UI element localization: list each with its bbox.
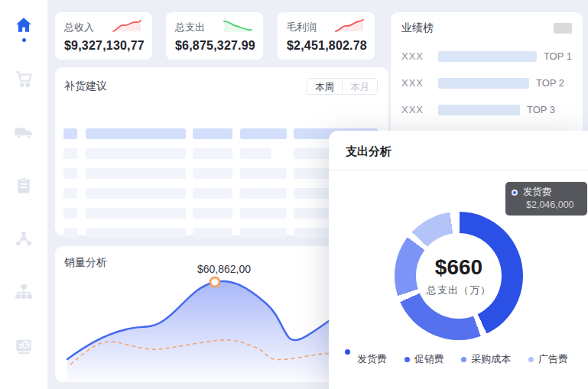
ranking-row[interactable]: XXXTOP 3 <box>401 104 572 115</box>
skeleton-cell <box>63 128 77 139</box>
legend-label: 广告费 <box>538 352 568 366</box>
sales-title: 销量分析 <box>64 256 107 268</box>
skeleton-cell <box>63 148 77 159</box>
legend-dot <box>528 357 534 362</box>
ranking-bar <box>438 105 520 115</box>
skeleton-cell <box>193 188 232 199</box>
legend-label: 发货费 <box>357 352 387 366</box>
skeleton-cell <box>240 128 287 139</box>
sidebar-item-structure[interactable] <box>11 282 37 336</box>
ranking-top-label: TOP 1 <box>544 50 572 62</box>
skeleton-cell <box>193 148 232 159</box>
sparkline-up-red-icon <box>333 18 365 37</box>
stat-label: 总收入 <box>64 21 94 34</box>
tab-this-month[interactable]: 本月 <box>343 79 377 94</box>
donut-total-label: 总支出（万） <box>427 284 491 297</box>
stat-label: 总支出 <box>175 21 205 34</box>
tab-this-week[interactable]: 本周 <box>307 79 342 94</box>
chart-tooltip: 发货费 $2,046,000 <box>505 182 587 216</box>
ranking-title: 业绩榜 <box>401 21 434 35</box>
donut-center: $660 总支出（万） <box>416 233 502 319</box>
skeleton-cell <box>240 208 287 219</box>
skeleton-cell <box>193 128 232 139</box>
skeleton-cell <box>63 188 77 199</box>
skeleton-cell <box>86 208 186 219</box>
expense-title: 支出分析 <box>329 131 588 170</box>
ranking-top-label: TOP 2 <box>536 77 564 89</box>
ranking-bar <box>438 78 529 89</box>
sidebar-item-orders[interactable] <box>11 69 37 122</box>
skeleton-cell <box>86 168 186 179</box>
truck-icon <box>13 122 34 142</box>
sidebar <box>0 0 47 389</box>
skeleton-cell <box>193 168 232 179</box>
legend-item[interactable]: 广告费 <box>528 352 568 366</box>
sparkline-up-red-icon <box>111 18 143 37</box>
ranking-row-label: XXX <box>401 104 438 115</box>
ranking-row[interactable]: XXXTOP 1 <box>401 50 572 62</box>
expense-donut-chart[interactable]: $660 总支出（万） <box>395 212 523 340</box>
stat-value: $6,875,327.99 <box>175 39 254 53</box>
legend-item[interactable]: 促销费 <box>404 352 444 366</box>
report-icon <box>13 336 34 357</box>
legend-dot <box>404 357 410 362</box>
sitemap-icon <box>14 282 34 302</box>
skeleton-cell <box>63 168 77 179</box>
home-icon <box>14 15 34 35</box>
skeleton-cell <box>63 208 77 219</box>
legend-item[interactable]: 发货费 <box>347 352 387 366</box>
ranking-row-label: XXX <box>401 77 438 89</box>
ranking-more-button[interactable] <box>554 23 572 34</box>
skeleton-cell <box>86 148 186 159</box>
legend-label: 采购成本 <box>471 352 511 366</box>
ranking-row[interactable]: XXXTOP 2 <box>401 77 572 89</box>
skeleton-cell <box>240 168 287 179</box>
ranking-bar <box>438 51 537 62</box>
skeleton-cell <box>193 228 232 238</box>
ranking-row-label: XXX <box>401 50 438 62</box>
tooltip-series-name: 发货费 <box>523 186 552 199</box>
tooltip-value: $2,046,000 <box>526 199 581 212</box>
skeleton-cell <box>240 148 271 159</box>
ranking-top-label: TOP 3 <box>527 104 555 115</box>
stat-card-profit: 毛利润 $2,451,802.78 <box>278 12 375 60</box>
cart-icon <box>14 69 34 89</box>
skeleton-cell <box>193 208 232 219</box>
sidebar-item-inventory[interactable] <box>11 176 37 229</box>
sidebar-item-shipping[interactable] <box>11 122 37 176</box>
active-indicator-dot <box>22 38 26 42</box>
ranking-rows: XXXTOP 1XXXTOP 2XXXTOP 3XXXTOP 4 <box>401 50 572 142</box>
chart-legend: 发货费促销费采购成本广告费 <box>347 352 568 366</box>
stat-label: 毛利润 <box>287 21 317 34</box>
skeleton-cell <box>86 228 186 238</box>
donut-total-value: $660 <box>435 255 482 280</box>
skeleton-cell <box>240 188 287 199</box>
legend-dot <box>461 357 466 362</box>
skeleton-cell <box>86 188 186 199</box>
skeleton-cell <box>240 228 287 238</box>
legend-label: 促销费 <box>414 352 444 366</box>
peak-marker <box>210 277 219 287</box>
stat-value: $9,327,130,77 <box>64 39 143 53</box>
stat-card-revenue: 总收入 $9,327,130,77 <box>55 12 152 60</box>
sidebar-item-reports[interactable] <box>11 336 37 389</box>
stat-card-expense: 总支出 $6,875,327.99 <box>166 12 263 60</box>
skeleton-cell <box>86 128 186 139</box>
replenish-title: 补货建议 <box>64 79 107 93</box>
skeleton-cell <box>63 228 77 238</box>
legend-item[interactable]: 采购成本 <box>461 352 511 366</box>
tooltip-series-dot <box>512 190 518 196</box>
sidebar-item-distribution[interactable] <box>11 229 37 282</box>
period-segmented-control: 本周 本月 <box>307 78 378 95</box>
legend-dot <box>345 349 350 355</box>
clipboard-icon <box>14 176 34 196</box>
stat-value: $2,451,802.78 <box>287 39 365 53</box>
nodes-icon <box>14 229 34 248</box>
expense-analysis-overlay: 支出分析 发货费 $2,046,000 $660 总支出（万） 发货费促销费采购… <box>329 131 588 389</box>
sparkline-down-green-icon <box>222 18 254 37</box>
sidebar-item-home[interactable] <box>11 15 37 69</box>
